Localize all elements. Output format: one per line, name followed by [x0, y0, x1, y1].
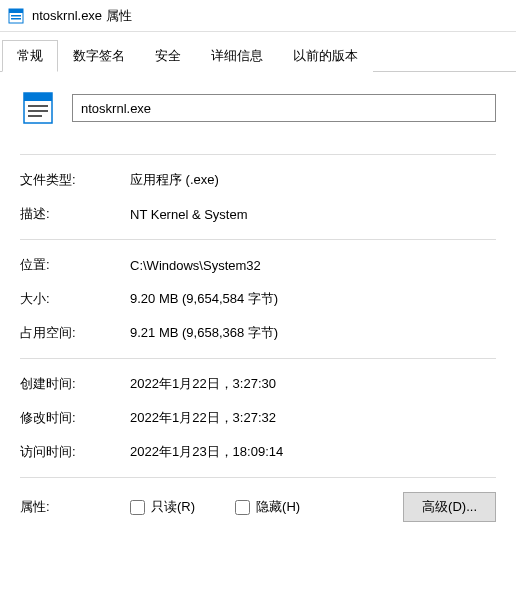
checkbox-hidden-wrap: 隐藏(H): [235, 498, 300, 516]
svg-rect-5: [24, 93, 52, 101]
row-sizeondisk: 占用空间: 9.21 MB (9,658,368 字节): [20, 324, 496, 342]
row-attributes: 属性: 只读(R) 隐藏(H) 高级(D)...: [20, 492, 496, 522]
svg-rect-3: [11, 18, 21, 20]
checkbox-readonly-wrap: 只读(R): [130, 498, 195, 516]
label-size: 大小:: [20, 290, 130, 308]
window-title: ntoskrnl.exe 属性: [32, 7, 132, 25]
divider: [20, 358, 496, 359]
header-row: [20, 90, 496, 126]
tab-details[interactable]: 详细信息: [196, 40, 278, 72]
row-accessed: 访问时间: 2022年1月23日，18:09:14: [20, 443, 496, 461]
checkbox-readonly[interactable]: [130, 500, 145, 515]
value-created: 2022年1月22日，3:27:30: [130, 375, 276, 393]
value-modified: 2022年1月22日，3:27:32: [130, 409, 276, 427]
svg-rect-6: [28, 105, 48, 107]
value-size: 9.20 MB (9,654,584 字节): [130, 290, 278, 308]
checkbox-hidden[interactable]: [235, 500, 250, 515]
svg-rect-7: [28, 110, 48, 112]
titlebar: ntoskrnl.exe 属性: [0, 0, 516, 32]
file-icon: [20, 90, 56, 126]
row-created: 创建时间: 2022年1月22日，3:27:30: [20, 375, 496, 393]
tab-digital-signatures[interactable]: 数字签名: [58, 40, 140, 72]
value-location: C:\Windows\System32: [130, 258, 261, 273]
label-filetype: 文件类型:: [20, 171, 130, 189]
divider: [20, 239, 496, 240]
advanced-button[interactable]: 高级(D)...: [403, 492, 496, 522]
row-description: 描述: NT Kernel & System: [20, 205, 496, 223]
label-accessed: 访问时间:: [20, 443, 130, 461]
row-size: 大小: 9.20 MB (9,654,584 字节): [20, 290, 496, 308]
label-description: 描述:: [20, 205, 130, 223]
label-attributes: 属性:: [20, 498, 130, 516]
value-sizeondisk: 9.21 MB (9,658,368 字节): [130, 324, 278, 342]
label-location: 位置:: [20, 256, 130, 274]
divider: [20, 154, 496, 155]
tabs: 常规 数字签名 安全 详细信息 以前的版本: [0, 32, 516, 72]
filename-input[interactable]: [72, 94, 496, 122]
svg-rect-8: [28, 115, 42, 117]
label-readonly[interactable]: 只读(R): [151, 498, 195, 516]
value-filetype: 应用程序 (.exe): [130, 171, 219, 189]
svg-rect-1: [9, 9, 23, 13]
svg-rect-2: [11, 15, 21, 17]
label-hidden[interactable]: 隐藏(H): [256, 498, 300, 516]
tab-security[interactable]: 安全: [140, 40, 196, 72]
row-modified: 修改时间: 2022年1月22日，3:27:32: [20, 409, 496, 427]
tab-general[interactable]: 常规: [2, 40, 58, 72]
app-icon: [8, 8, 24, 24]
value-accessed: 2022年1月23日，18:09:14: [130, 443, 283, 461]
tab-previous-versions[interactable]: 以前的版本: [278, 40, 373, 72]
row-filetype: 文件类型: 应用程序 (.exe): [20, 171, 496, 189]
label-modified: 修改时间:: [20, 409, 130, 427]
value-description: NT Kernel & System: [130, 207, 248, 222]
label-created: 创建时间:: [20, 375, 130, 393]
row-location: 位置: C:\Windows\System32: [20, 256, 496, 274]
label-sizeondisk: 占用空间:: [20, 324, 130, 342]
content-panel: 文件类型: 应用程序 (.exe) 描述: NT Kernel & System…: [0, 72, 516, 608]
divider: [20, 477, 496, 478]
